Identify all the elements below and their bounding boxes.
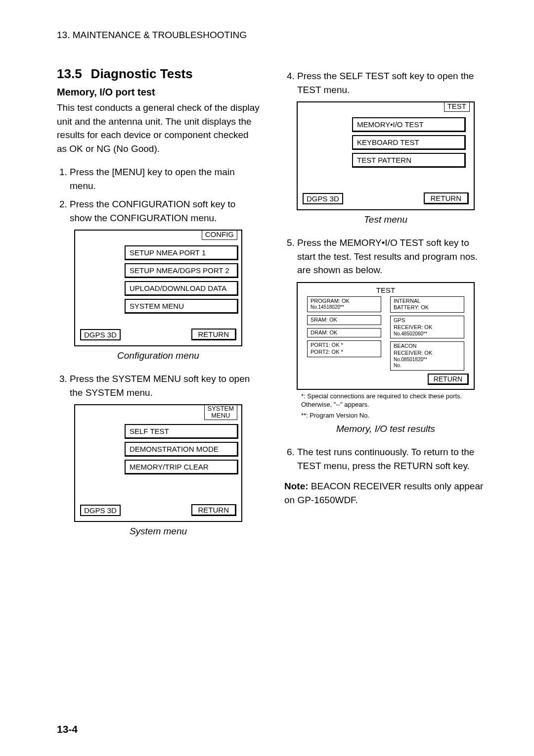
step-3: Press the SYSTEM MENU soft key to open t…	[70, 372, 260, 399]
status-dgps: DGPS 3D	[303, 193, 343, 204]
caption-test: Test menu	[284, 214, 487, 225]
softkey-upload-download[interactable]: UPLOAD/DOWNLOAD DATA	[125, 281, 238, 296]
test-label: TEST	[444, 102, 470, 112]
footnote-1: *: Special connections are required to c…	[301, 392, 487, 409]
caption-results: Memory, I/O test results	[284, 424, 487, 434]
softkey-memory-trip-clear[interactable]: MEMORY/TRIP CLEAR	[125, 460, 238, 474]
intro-paragraph: This test conducts a general check of th…	[57, 101, 260, 155]
result-dram: DRAM: OK	[307, 328, 381, 338]
status-dgps: DGPS 3D	[80, 329, 121, 340]
softkey-keyboard-test[interactable]: KEYBOARD TEST	[352, 135, 466, 150]
right-column: Press the SELF TEST soft key to open the…	[284, 69, 487, 548]
softkey-setup-nmea-1[interactable]: SETUP NMEA PORT 1	[125, 245, 238, 260]
config-label: CONFIG	[202, 231, 237, 240]
page-number: 13-4	[57, 723, 78, 735]
section-heading: 13.5Diagnostic Tests	[57, 66, 260, 82]
softkey-return[interactable]: RETURN	[191, 329, 237, 340]
result-beacon-receiver: BEACON RECEIVER: OK No.08501820** No.	[390, 341, 464, 371]
system-menu-diagram: SYSTEMMENU SELF TEST DEMONSTRATION MODE …	[74, 404, 242, 522]
left-column: 13.5Diagnostic Tests Memory, I/O port te…	[57, 54, 260, 548]
step-5: Press the MEMORY•I/O TEST soft key to st…	[297, 236, 487, 277]
status-dgps: DGPS 3D	[80, 505, 121, 516]
step-1: Press the [MENU] key to open the main me…	[70, 165, 260, 192]
subheading-memory-io: Memory, I/O port test	[57, 87, 260, 98]
note-beacon: Note: BEACON RECEIVER results only appea…	[284, 479, 487, 507]
results-title: TEST	[303, 286, 469, 294]
step-2: Press the CONFIGURATION soft key to show…	[70, 197, 260, 225]
softkey-test-pattern[interactable]: TEST PATTERN	[352, 153, 466, 168]
result-battery: INTERNAL BATTERY: OK	[390, 296, 464, 313]
result-ports: PORT1: OK * PORT2: OK *	[307, 340, 381, 357]
system-label: SYSTEMMENU	[204, 405, 237, 420]
result-gps-receiver: GPS RECEIVER: OK No.48502060**	[390, 316, 464, 338]
caption-system: System menu	[57, 526, 260, 537]
footnote-2: **: Program Version No.	[301, 411, 487, 420]
test-menu-diagram: TEST MEMORY•I/O TEST KEYBOARD TEST TEST …	[297, 101, 475, 210]
step-4: Press the SELF TEST soft key to open the…	[297, 69, 487, 96]
softkey-return[interactable]: RETURN	[428, 374, 469, 385]
section-title: Diagnostic Tests	[91, 66, 193, 81]
section-number: 13.5	[57, 66, 82, 81]
caption-config: Configuration menu	[57, 350, 260, 361]
page-header: 13. MAINTENANCE & TROUBLESHOOTING	[57, 30, 487, 41]
step-6: The test runs continuously. To return to…	[297, 445, 487, 472]
softkey-demonstration-mode[interactable]: DEMONSTRATION MODE	[125, 442, 238, 457]
softkey-return[interactable]: RETURN	[424, 192, 469, 204]
result-program: PROGRAM: OK No.14518020**	[307, 296, 381, 312]
softkey-system-menu[interactable]: SYSTEM MENU	[125, 299, 238, 314]
result-sram: SRAM: OK	[307, 315, 381, 325]
softkey-setup-nmea-dgps-2[interactable]: SETUP NMEA/DGPS PORT 2	[125, 263, 238, 278]
softkey-memory-io-test[interactable]: MEMORY•I/O TEST	[352, 117, 466, 132]
softkey-self-test[interactable]: SELF TEST	[125, 424, 238, 439]
test-results-diagram: TEST PROGRAM: OK No.14518020** SRAM: OK …	[297, 282, 475, 390]
configuration-menu-diagram: CONFIG SETUP NMEA PORT 1 SETUP NMEA/DGPS…	[74, 230, 242, 346]
softkey-return[interactable]: RETURN	[191, 504, 237, 516]
